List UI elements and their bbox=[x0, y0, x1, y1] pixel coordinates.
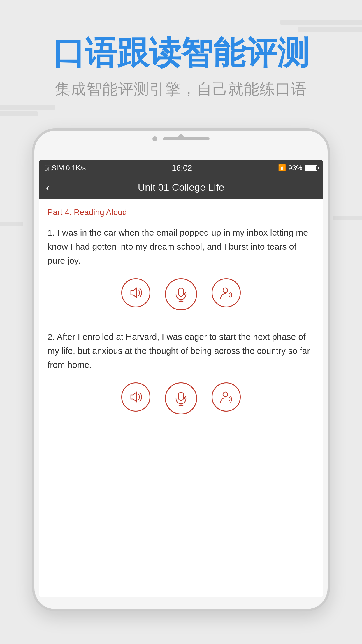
divider-1 bbox=[48, 321, 314, 321]
battery-percent: 93% bbox=[288, 164, 302, 172]
status-right: 📶 93% bbox=[278, 164, 317, 172]
nav-bar: ‹ Unit 01 College Life bbox=[39, 176, 323, 199]
mic-icon-2 bbox=[173, 391, 189, 406]
status-bar: 无SIM 0.1K/s 16:02 📶 93% bbox=[39, 160, 323, 176]
status-time: 16:02 bbox=[172, 163, 192, 173]
header-section: 口语跟读智能评测 集成智能评测引擎，自己就能练口语 bbox=[0, 35, 362, 99]
person-voice-icon-1 bbox=[218, 285, 234, 301]
item-number-1: 1. bbox=[48, 228, 57, 237]
person-voice-icon-2 bbox=[218, 389, 234, 405]
item-number-2: 2. bbox=[48, 332, 57, 342]
svg-point-7 bbox=[223, 392, 228, 397]
svg-rect-0 bbox=[178, 288, 184, 296]
phone-top bbox=[34, 136, 328, 141]
nav-title: Unit 01 College Life bbox=[63, 182, 299, 193]
reading-item-2: 2. After I enrolled at Harvard, I was ea… bbox=[48, 330, 314, 414]
speaker-icon-2 bbox=[128, 389, 144, 405]
item-body-2: After I enrolled at Harvard, I was eager… bbox=[48, 332, 310, 370]
reading-item-1: 1. I was in the car when the email poppe… bbox=[48, 226, 314, 310]
status-carrier: 无SIM 0.1K/s bbox=[45, 163, 86, 173]
mic-button-2[interactable] bbox=[165, 382, 197, 414]
speaker-icon-1 bbox=[128, 285, 144, 301]
content-area: Part 4: Reading Aloud 1. I was in the ca… bbox=[39, 199, 323, 431]
back-button[interactable]: ‹ bbox=[46, 181, 63, 194]
main-title: 口语跟读智能评测 bbox=[23, 35, 339, 70]
phone-screen: 无SIM 0.1K/s 16:02 📶 93% ‹ Unit 01 Colleg… bbox=[39, 160, 323, 597]
reading-text-1: 1. I was in the car when the email poppe… bbox=[48, 226, 314, 268]
mic-icon-1 bbox=[173, 286, 189, 302]
phone-bar bbox=[163, 137, 210, 140]
svg-rect-4 bbox=[178, 392, 184, 400]
phone-dot bbox=[152, 136, 157, 141]
part-label: Part 4: Reading Aloud bbox=[48, 208, 314, 217]
icon-row-1 bbox=[48, 278, 314, 310]
wifi-icon: 📶 bbox=[278, 164, 286, 172]
svg-point-3 bbox=[223, 288, 228, 293]
speaker-button-1[interactable] bbox=[121, 278, 150, 307]
sub-title: 集成智能评测引擎，自己就能练口语 bbox=[23, 79, 339, 99]
reading-text-2: 2. After I enrolled at Harvard, I was ea… bbox=[48, 330, 314, 372]
battery-fill bbox=[305, 166, 316, 170]
person-voice-button-1[interactable] bbox=[212, 278, 241, 307]
item-body-1: I was in the car when the email popped u… bbox=[48, 228, 308, 265]
speaker-button-2[interactable] bbox=[121, 382, 150, 412]
battery-icon bbox=[305, 165, 317, 171]
icon-row-2 bbox=[48, 382, 314, 414]
mic-button-1[interactable] bbox=[165, 278, 197, 310]
person-voice-button-2[interactable] bbox=[212, 382, 241, 412]
phone-mockup: 无SIM 0.1K/s 16:02 📶 93% ‹ Unit 01 Colleg… bbox=[32, 128, 330, 611]
